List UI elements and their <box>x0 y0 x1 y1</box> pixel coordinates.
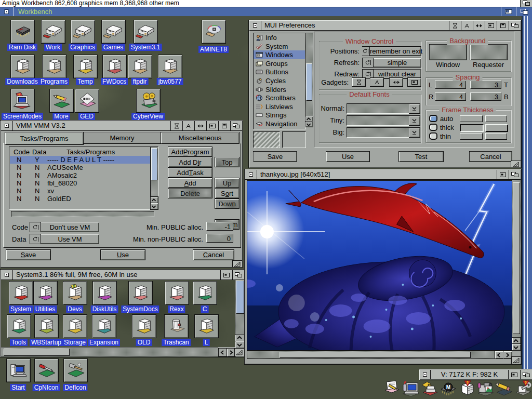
task-list-row[interactable]: NNAMosaic2 <box>10 171 150 179</box>
dock-drawer-help-icon[interactable]: ? <box>458 379 476 398</box>
iconify-gadget[interactable] <box>218 121 230 130</box>
data-vm-cycle[interactable]: Use VM <box>30 234 99 244</box>
snapshot-gadget[interactable] <box>170 121 182 130</box>
vmm-add-program-button[interactable]: Add Program <box>168 147 212 157</box>
image-vscrollbar[interactable] <box>512 180 521 337</box>
desktop-icon-ftpdir[interactable] <box>128 55 152 78</box>
sidebar-item-cycles[interactable]: Cycles <box>254 76 305 85</box>
desktop-icon-screenmodes[interactable]: ? <box>10 89 35 113</box>
workbench-close-gadget[interactable] <box>0 7 14 16</box>
desktop-icon-temp[interactable] <box>73 55 98 78</box>
system-icon-system[interactable] <box>9 281 33 305</box>
desktop-icon-start[interactable] <box>6 358 31 382</box>
window-control-cycle[interactable]: simple <box>362 58 421 68</box>
sidebar-item-navigation[interactable]: Navigation <box>254 119 305 128</box>
desktop-icon-ged[interactable] <box>75 89 99 113</box>
spacing-field[interactable]: 4 <box>435 92 466 101</box>
desktop-icon-work[interactable] <box>41 20 65 44</box>
workbench-vertical-scrollbar[interactable] <box>522 16 532 380</box>
system-icon-wbstartup[interactable] <box>34 314 59 338</box>
system-icon-trashcan[interactable] <box>164 314 189 338</box>
dock-multiview-icon[interactable] <box>476 379 495 398</box>
desktop-icon-jbw0577[interactable] <box>158 55 182 78</box>
gadget-style-resize-button[interactable] <box>389 77 403 87</box>
frame-thickness-radio-thick[interactable] <box>429 124 437 131</box>
image-hscrollbar[interactable] <box>247 351 495 359</box>
sidebar-item-info[interactable]: Info <box>254 33 305 42</box>
font-string-field[interactable] <box>347 103 409 114</box>
font-string-field[interactable] <box>347 115 409 126</box>
min-public-field[interactable]: -1 <box>206 222 233 231</box>
system-titlebar[interactable]: System3.1 86% full, 9M free, 60M in use <box>1 270 244 280</box>
mui-titlebar[interactable]: MUI Preferences <box>249 21 521 31</box>
desktop-icon-deficon[interactable] <box>63 358 88 382</box>
close-gadget[interactable] <box>420 370 431 379</box>
memory-meter-titlebar[interactable]: V: 7172 K F: 982 K <box>420 370 532 379</box>
system-icon-diskutils[interactable] <box>92 281 117 305</box>
gadget-style-zoom-button[interactable] <box>407 77 421 87</box>
vmm-sort-button[interactable]: Sort <box>215 188 240 198</box>
sidebar-item-groups[interactable]: Groups <box>254 59 305 68</box>
desktop-icon-system3-1[interactable] <box>134 20 158 44</box>
task-list-row[interactable]: NNfbl_68020 <box>10 179 150 187</box>
vmm-tab-miscellaneous[interactable]: Miscellaneous <box>161 132 240 144</box>
close-gadget[interactable] <box>1 270 13 280</box>
sidebar-item-windows[interactable]: Windows <box>254 50 305 59</box>
system-icon-storage[interactable] <box>63 314 87 338</box>
depth-gadget[interactable] <box>232 270 244 280</box>
dock-fixer-tools-icon[interactable]: ? <box>514 379 532 398</box>
image-titlebar[interactable]: thankyou.jpg [640x512] <box>245 170 521 180</box>
desktop-icon-cyberview[interactable] <box>136 89 161 113</box>
dock-mui-chip-icon[interactable]: M <box>439 379 458 398</box>
system-icon-utilities[interactable] <box>33 281 58 305</box>
background-requester-button[interactable] <box>470 44 508 60</box>
vmm-cancel-button[interactable]: Cancel <box>193 249 234 260</box>
system-icon-l[interactable] <box>194 314 219 338</box>
iconify-gadget[interactable] <box>497 21 509 30</box>
vmm-save-button[interactable]: Save <box>6 249 51 260</box>
font-string-field[interactable] <box>347 127 409 138</box>
dock-editor-pencil-icon[interactable] <box>495 379 514 398</box>
mui-cancel-button[interactable]: Cancel <box>469 151 512 162</box>
snapshot-gadget[interactable] <box>449 21 461 30</box>
scroll-down-gadget[interactable] <box>305 121 313 127</box>
vmm-top-button[interactable]: Top <box>215 157 240 167</box>
mui-balance-gadget[interactable] <box>253 131 280 148</box>
task-list-row[interactable]: NNxv <box>10 187 150 195</box>
mui-settings-gadget[interactable] <box>461 21 473 30</box>
vmm-tab-memory[interactable]: Memory <box>83 132 162 144</box>
system-icon-rexx[interactable] <box>165 281 189 305</box>
scrollbar-thumb[interactable] <box>236 281 244 314</box>
sidebar-item-system[interactable]: System <box>254 42 305 51</box>
depth-gadget[interactable] <box>520 370 532 379</box>
zoom-gadget[interactable] <box>508 370 520 379</box>
min-nonpublic-field[interactable]: 0 <box>206 234 233 243</box>
desktop-icon-cpnicon[interactable] <box>34 358 59 382</box>
sizing-gadget[interactable] <box>511 161 521 167</box>
close-gadget[interactable] <box>245 170 257 179</box>
sidebar-item-sliders[interactable]: Sliders <box>254 85 305 94</box>
screen-depth-gadget[interactable] <box>520 0 532 7</box>
sizing-gadget[interactable] <box>232 260 242 267</box>
system-icon-systemdocs[interactable] <box>128 281 153 305</box>
desktop-icon-fwdocs[interactable] <box>102 55 127 78</box>
sidebar-item-buttons[interactable]: Buttons <box>254 68 305 76</box>
resize-gadget[interactable] <box>473 21 485 30</box>
mui-save-button[interactable]: Save <box>253 151 297 162</box>
vmm-task-list[interactable]: Code Data Tasks/Programs NY----- D E F A… <box>9 147 151 210</box>
resize-gadget[interactable] <box>194 121 206 130</box>
vmm-use-button[interactable]: Use <box>100 249 145 260</box>
task-list-row[interactable]: NNACUSeeMe <box>10 164 150 171</box>
desktop-icon-more[interactable] <box>49 89 74 113</box>
spacing-field[interactable]: 3 <box>470 92 501 101</box>
scrollbar-thumb[interactable] <box>280 352 471 358</box>
sizing-gadget[interactable] <box>511 356 521 364</box>
frame-thickness-radio-thin[interactable] <box>429 132 437 140</box>
dock-installer-arrow-icon[interactable] <box>420 379 439 398</box>
dock-notepad-icon[interactable] <box>383 379 402 398</box>
vmm-titlebar[interactable]: VMM VMM V3.2 <box>1 121 242 131</box>
font-popup-button[interactable] <box>409 115 420 126</box>
sidebar-item-listviews[interactable]: Listviews <box>254 102 305 111</box>
gadget-style-snapshot-button[interactable] <box>352 77 366 87</box>
scrollbar-thumb[interactable] <box>151 148 157 180</box>
